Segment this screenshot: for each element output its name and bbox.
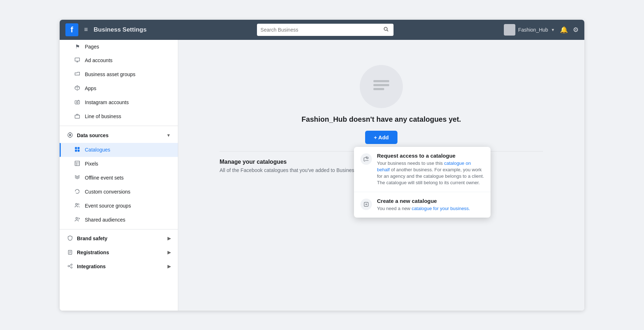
dropdown-item-request-access[interactable]: Request access to a catalogue Your busin… xyxy=(354,147,491,192)
data-sources-section-header[interactable]: Data sources ▼ xyxy=(60,128,178,143)
settings-icon[interactable]: ⚙ xyxy=(573,26,579,34)
add-btn-container: + Add Request access to a catalogue Your… xyxy=(365,131,397,144)
add-button[interactable]: + Add xyxy=(365,131,397,144)
sidebar-label-pages: Pages xyxy=(85,44,99,50)
svg-point-8 xyxy=(77,101,78,103)
svg-point-38 xyxy=(367,157,368,159)
svg-rect-7 xyxy=(75,101,80,104)
sidebar-label-offline-event-sets: Offline event sets xyxy=(85,175,124,181)
svg-rect-2 xyxy=(75,58,80,61)
svg-point-31 xyxy=(71,264,72,265)
topbar-right: Fashion_Hub ▼ 🔔 ⚙ xyxy=(504,24,579,36)
sidebar-item-business-asset-groups[interactable]: Business asset groups xyxy=(60,68,178,82)
sidebar-item-apps[interactable]: Apps xyxy=(60,82,178,96)
sidebar-item-catalogues[interactable]: Catalogues xyxy=(60,143,178,157)
clipboard-icon xyxy=(67,249,73,256)
svg-rect-10 xyxy=(75,115,80,118)
search-bar xyxy=(257,24,394,36)
svg-rect-15 xyxy=(75,147,77,149)
sidebar-item-event-source-groups[interactable]: Event source groups xyxy=(60,199,178,213)
catalogue-empty-icon xyxy=(371,76,392,97)
request-access-icon xyxy=(360,153,372,165)
sidebar-label-instagram-accounts: Instagram accounts xyxy=(85,99,129,105)
topbar-title: Business Settings xyxy=(94,26,147,33)
sidebar-divider-2 xyxy=(60,229,178,229)
sidebar-label-registrations: Registrations xyxy=(77,250,109,255)
svg-rect-35 xyxy=(373,80,389,82)
business-account-switcher[interactable]: Fashion_Hub ▼ xyxy=(504,24,555,36)
sidebar-divider-1 xyxy=(60,126,178,126)
data-sources-icon xyxy=(67,132,73,139)
folder-icon xyxy=(74,71,80,78)
empty-state: Fashion_Hub doesn't have any catalogues … xyxy=(302,65,461,144)
highlight-2: catalogue for your business. xyxy=(411,206,470,211)
svg-rect-16 xyxy=(78,147,80,149)
sidebar-item-registrations[interactable]: Registrations ▶ xyxy=(60,246,178,260)
integrations-icon xyxy=(67,263,73,270)
chevron-down-icon: ▼ xyxy=(551,28,555,32)
sidebar-item-integrations[interactable]: Integrations ▶ xyxy=(60,260,178,274)
sidebar-label-ad-accounts: Ad accounts xyxy=(85,57,112,63)
content-area: Fashion_Hub doesn't have any catalogues … xyxy=(178,40,584,311)
brand-safety-arrow: ▶ xyxy=(167,236,171,241)
sidebar-label-brand-safety: Brand safety xyxy=(77,236,107,241)
create-new-icon xyxy=(360,199,372,210)
monitor-icon xyxy=(74,57,80,64)
sidebar-item-brand-safety[interactable]: Brand safety ▶ xyxy=(60,232,178,246)
sidebar-item-ad-accounts[interactable]: Ad accounts xyxy=(60,54,178,68)
people-icon xyxy=(74,203,80,209)
sidebar-label-integrations: Integrations xyxy=(77,264,106,269)
sidebar-item-pixels[interactable]: Pixels xyxy=(60,157,178,171)
svg-point-30 xyxy=(68,265,69,267)
svg-point-25 xyxy=(76,217,78,219)
topbar: f ≡ Business Settings Fashion_Hub ▼ 🔔 ⚙ xyxy=(60,20,584,40)
sidebar-label-business-asset-groups: Business asset groups xyxy=(85,71,135,77)
business-avatar xyxy=(504,24,515,36)
highlight-1: catalogue on behalf xyxy=(377,161,471,172)
dropdown-item-content-request-access: Request access to a catalogue Your busin… xyxy=(377,153,484,186)
flag-icon: ⚑ xyxy=(74,43,80,50)
svg-rect-19 xyxy=(75,161,80,166)
svg-rect-37 xyxy=(373,88,384,90)
refresh-icon xyxy=(74,189,80,195)
sidebar-item-custom-conversions[interactable]: Custom conversions xyxy=(60,185,178,199)
sidebar-label-event-source-groups: Event source groups xyxy=(85,203,131,209)
sidebar: ⚑ Pages Ad accounts Business asset group… xyxy=(60,40,178,311)
dropdown-item-desc-request-access: Your business needs to use this catalogu… xyxy=(377,160,484,186)
svg-line-34 xyxy=(69,266,71,267)
person-share-icon xyxy=(74,217,80,223)
svg-point-23 xyxy=(75,203,77,205)
camera-icon xyxy=(74,99,80,106)
sidebar-item-offline-event-sets[interactable]: Offline event sets xyxy=(60,171,178,185)
search-input[interactable] xyxy=(261,27,382,33)
sidebar-item-pages[interactable]: ⚑ Pages xyxy=(60,40,178,54)
sidebar-item-instagram-accounts[interactable]: Instagram accounts xyxy=(60,96,178,110)
grid-icon xyxy=(74,147,80,153)
empty-icon xyxy=(360,65,403,108)
data-sources-arrow: ▼ xyxy=(166,133,171,138)
hamburger-menu[interactable]: ≡ xyxy=(83,24,89,35)
notifications-icon[interactable]: 🔔 xyxy=(560,26,568,34)
briefcase-icon xyxy=(74,113,80,120)
shield-icon xyxy=(67,235,73,242)
main-window: f ≡ Business Settings Fashion_Hub ▼ 🔔 ⚙ xyxy=(60,20,584,311)
topbar-left: f ≡ Business Settings xyxy=(65,23,147,36)
svg-point-32 xyxy=(71,267,72,268)
registrations-arrow: ▶ xyxy=(167,250,171,255)
svg-point-24 xyxy=(78,203,79,205)
svg-point-11 xyxy=(69,134,71,136)
dropdown-item-create-new[interactable]: Create a new catalogue You need a new ca… xyxy=(354,192,491,218)
svg-line-1 xyxy=(387,30,388,32)
sidebar-item-shared-audiences[interactable]: Shared audiences xyxy=(60,213,178,227)
empty-title: Fashion_Hub doesn't have any catalogues … xyxy=(302,115,461,124)
svg-rect-17 xyxy=(75,149,77,152)
search-button[interactable] xyxy=(382,26,390,33)
sidebar-label-custom-conversions: Custom conversions xyxy=(85,189,130,195)
sidebar-item-line-of-business[interactable]: Line of business xyxy=(60,110,178,124)
add-dropdown-menu: Request access to a catalogue Your busin… xyxy=(354,147,491,218)
dropdown-item-desc-create-new: You need a new catalogue for your busine… xyxy=(377,205,470,212)
sidebar-label-shared-audiences: Shared audiences xyxy=(85,217,125,223)
svg-rect-9 xyxy=(78,100,79,101)
sidebar-label-apps: Apps xyxy=(85,85,96,91)
layers-icon xyxy=(74,175,80,181)
